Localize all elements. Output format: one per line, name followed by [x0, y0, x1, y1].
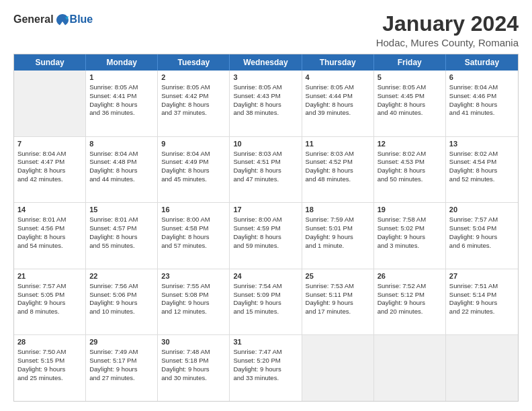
sunset-line: Sunset: 4:51 PM — [233, 158, 298, 167]
sunset-line: Sunset: 4:45 PM — [378, 92, 442, 101]
header-day-tuesday: Tuesday — [158, 54, 230, 71]
calendar-cell: 1Sunrise: 8:05 AMSunset: 4:41 PMDaylight… — [86, 71, 158, 136]
daylight-minutes-line: and 38 minutes. — [233, 109, 298, 118]
day-number: 16 — [161, 205, 226, 215]
calendar-cell: 16Sunrise: 8:00 AMSunset: 4:58 PMDayligh… — [158, 203, 230, 269]
daylight-minutes-line: and 59 minutes. — [233, 242, 298, 250]
daylight-minutes-line: and 8 minutes. — [17, 308, 82, 316]
calendar: SundayMondayTuesdayWednesdayThursdayFrid… — [13, 54, 519, 402]
calendar-cell: 21Sunrise: 7:57 AMSunset: 5:05 PMDayligh… — [14, 269, 86, 335]
daylight-minutes-line: and 22 minutes. — [449, 308, 515, 316]
sunset-line: Sunset: 4:41 PM — [89, 92, 154, 101]
calendar-cell — [302, 335, 374, 401]
calendar-row: 28Sunrise: 7:50 AMSunset: 5:15 PMDayligh… — [14, 335, 518, 401]
day-number: 27 — [449, 271, 515, 281]
day-number: 13 — [449, 139, 515, 149]
sunrise-line: Sunrise: 8:00 AM — [161, 216, 226, 224]
sunset-line: Sunset: 5:18 PM — [161, 357, 226, 365]
day-number: 2 — [161, 73, 226, 83]
day-number: 3 — [233, 73, 298, 83]
sunset-line: Sunset: 5:01 PM — [306, 224, 370, 233]
sunrise-line: Sunrise: 7:47 AM — [233, 348, 298, 357]
daylight-line: Daylight: 8 hours — [449, 101, 515, 109]
calendar-cell: 2Sunrise: 8:05 AMSunset: 4:42 PMDaylight… — [158, 71, 230, 136]
daylight-line: Daylight: 8 hours — [233, 167, 298, 175]
daylight-line: Daylight: 9 hours — [378, 233, 442, 242]
logo-blue: Blue — [70, 13, 93, 26]
daylight-minutes-line: and 17 minutes. — [306, 308, 370, 316]
sunset-line: Sunset: 4:43 PM — [233, 92, 298, 101]
page: General Blue January 2024 Hodac, Mures C… — [0, 0, 532, 411]
daylight-line: Daylight: 8 hours — [449, 167, 515, 175]
day-number: 8 — [89, 139, 154, 149]
sunset-line: Sunset: 5:20 PM — [233, 357, 298, 365]
sunrise-line: Sunrise: 8:00 AM — [233, 216, 298, 224]
sunset-line: Sunset: 5:02 PM — [378, 224, 442, 233]
calendar-cell: 10Sunrise: 8:03 AMSunset: 4:51 PMDayligh… — [230, 137, 302, 203]
calendar-cell: 7Sunrise: 8:04 AMSunset: 4:47 PMDaylight… — [14, 137, 86, 203]
daylight-minutes-line: and 44 minutes. — [89, 175, 154, 184]
sunrise-line: Sunrise: 7:51 AM — [449, 282, 515, 291]
calendar-row: 21Sunrise: 7:57 AMSunset: 5:05 PMDayligh… — [14, 269, 518, 336]
calendar-cell: 9Sunrise: 8:04 AMSunset: 4:49 PMDaylight… — [158, 137, 230, 203]
calendar-cell: 23Sunrise: 7:55 AMSunset: 5:08 PMDayligh… — [158, 269, 230, 335]
sunrise-line: Sunrise: 8:04 AM — [449, 83, 515, 92]
sunset-line: Sunset: 4:56 PM — [17, 224, 82, 233]
daylight-minutes-line: and 52 minutes. — [449, 175, 515, 184]
daylight-line: Daylight: 8 hours — [378, 101, 442, 109]
day-number: 24 — [233, 271, 298, 281]
calendar-cell: 4Sunrise: 8:05 AMSunset: 4:44 PMDaylight… — [302, 71, 374, 136]
calendar-header: SundayMondayTuesdayWednesdayThursdayFrid… — [14, 54, 518, 71]
day-number: 30 — [161, 337, 226, 347]
sunrise-line: Sunrise: 7:50 AM — [17, 348, 82, 357]
header-day-friday: Friday — [374, 54, 446, 71]
daylight-minutes-line: and 41 minutes. — [449, 109, 515, 118]
daylight-minutes-line: and 20 minutes. — [378, 308, 442, 316]
daylight-line: Daylight: 8 hours — [233, 101, 298, 109]
sunrise-line: Sunrise: 8:02 AM — [378, 150, 442, 158]
sunset-line: Sunset: 4:52 PM — [306, 158, 370, 167]
sunset-line: Sunset: 4:48 PM — [89, 158, 154, 167]
daylight-minutes-line: and 33 minutes. — [233, 374, 298, 383]
day-number: 14 — [17, 205, 82, 215]
day-number: 23 — [161, 271, 226, 281]
day-number: 29 — [89, 337, 154, 347]
calendar-cell: 18Sunrise: 7:59 AMSunset: 5:01 PMDayligh… — [302, 203, 374, 269]
calendar-cell: 25Sunrise: 7:53 AMSunset: 5:11 PMDayligh… — [302, 269, 374, 335]
sunset-line: Sunset: 4:47 PM — [17, 158, 82, 167]
daylight-line: Daylight: 9 hours — [161, 299, 226, 308]
calendar-cell: 26Sunrise: 7:52 AMSunset: 5:12 PMDayligh… — [374, 269, 446, 335]
daylight-line: Daylight: 9 hours — [17, 299, 82, 308]
sunrise-line: Sunrise: 8:05 AM — [306, 83, 370, 92]
day-number: 15 — [89, 205, 154, 215]
calendar-cell: 30Sunrise: 7:48 AMSunset: 5:18 PMDayligh… — [158, 335, 230, 401]
header: General Blue January 2024 Hodac, Mures C… — [13, 12, 519, 48]
daylight-minutes-line: and 37 minutes. — [161, 109, 226, 118]
daylight-line: Daylight: 9 hours — [89, 299, 154, 308]
daylight-minutes-line: and 48 minutes. — [306, 175, 370, 184]
calendar-cell: 12Sunrise: 8:02 AMSunset: 4:53 PMDayligh… — [374, 137, 446, 203]
daylight-minutes-line: and 6 minutes. — [449, 242, 515, 250]
calendar-cell: 14Sunrise: 8:01 AMSunset: 4:56 PMDayligh… — [14, 203, 86, 269]
day-number: 12 — [378, 139, 442, 149]
calendar-cell: 20Sunrise: 7:57 AMSunset: 5:04 PMDayligh… — [446, 203, 518, 269]
sunrise-line: Sunrise: 7:48 AM — [161, 348, 226, 357]
calendar-row: 14Sunrise: 8:01 AMSunset: 4:56 PMDayligh… — [14, 203, 518, 269]
daylight-line: Daylight: 8 hours — [378, 167, 442, 175]
sunrise-line: Sunrise: 8:02 AM — [449, 150, 515, 158]
day-number: 22 — [89, 271, 154, 281]
sunset-line: Sunset: 4:58 PM — [161, 224, 226, 233]
day-number: 9 — [161, 139, 226, 149]
daylight-line: Daylight: 9 hours — [17, 365, 82, 374]
sunrise-line: Sunrise: 7:58 AM — [378, 216, 442, 224]
sunset-line: Sunset: 4:46 PM — [449, 92, 515, 101]
sunrise-line: Sunrise: 8:01 AM — [89, 216, 154, 224]
calendar-cell: 27Sunrise: 7:51 AMSunset: 5:14 PMDayligh… — [446, 269, 518, 335]
calendar-cell: 24Sunrise: 7:54 AMSunset: 5:09 PMDayligh… — [230, 269, 302, 335]
month-title: January 2024 — [376, 12, 519, 36]
calendar-row: 7Sunrise: 8:04 AMSunset: 4:47 PMDaylight… — [14, 137, 518, 203]
daylight-minutes-line: and 10 minutes. — [89, 308, 154, 316]
sunrise-line: Sunrise: 8:05 AM — [89, 83, 154, 92]
day-number: 21 — [17, 271, 82, 281]
daylight-line: Daylight: 9 hours — [449, 233, 515, 242]
